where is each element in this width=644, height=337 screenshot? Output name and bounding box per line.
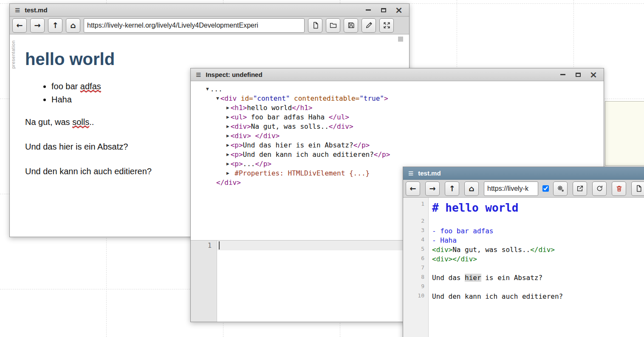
up-icon: ↑ [52, 21, 58, 30]
fullscreen-button[interactable] [379, 18, 394, 33]
titlebar[interactable]: ≡ Inspect: undefined × [191, 68, 604, 81]
gears-icon [557, 185, 564, 192]
code-lines: 1# hello world23- foo bar adfas4- Haha5<… [403, 198, 644, 301]
up-icon: ↑ [449, 184, 455, 193]
window-markdown-editor: ≡ test.md ← → ↑ ⌂ [403, 167, 644, 337]
back-icon: ← [16, 21, 23, 30]
dom-tree-node[interactable]: ▶<p>Und das hier is ein Absatz?</p> [191, 141, 604, 150]
titlebar[interactable]: ≡ test.md [403, 167, 644, 180]
home-icon: ⌂ [469, 184, 475, 193]
code-line[interactable]: 8Und das hier is ein Absatz? [403, 273, 644, 282]
text-cursor [219, 241, 220, 249]
line-number: 10 [403, 292, 429, 301]
desktop: ≡ test.md × ← → ↑ ⌂ [0, 0, 644, 337]
new-file-button[interactable] [308, 18, 322, 33]
save-button[interactable] [344, 18, 358, 33]
url-input[interactable] [484, 181, 538, 196]
dom-tree-node[interactable]: ▶<div>Na gut, was solls..</div> [191, 122, 604, 131]
forward-button[interactable]: → [425, 181, 440, 196]
line-number: 1 [403, 200, 429, 217]
new-file-icon [635, 185, 642, 192]
close-button[interactable]: × [590, 71, 597, 78]
window-title: test.md [418, 170, 441, 177]
expand-icon [383, 22, 390, 29]
back-button[interactable]: ← [12, 18, 27, 33]
editor-gutter: 1 [191, 241, 217, 322]
delete-button[interactable] [612, 181, 626, 196]
navigation-toolbar: ← → ↑ ⌂ [403, 180, 644, 198]
window-menu-icon[interactable]: ≡ [196, 70, 201, 79]
line-number: 5 [403, 245, 429, 254]
floppy-icon [347, 22, 355, 29]
window-title: test.md [25, 6, 47, 14]
window-controls: × [559, 71, 599, 78]
line-number: 7 [403, 263, 429, 273]
dom-tree-node[interactable]: ▼<div id="content" contenteditable="true… [191, 94, 604, 103]
refresh-icon [596, 185, 603, 192]
folder-icon [330, 22, 337, 29]
url-input[interactable] [84, 18, 305, 33]
markdown-source-editor[interactable]: 1# hello world23- foo bar adfas4- Haha5<… [403, 198, 644, 337]
window-menu-icon[interactable]: ≡ [408, 169, 413, 178]
navigation-toolbar: ← → ↑ ⌂ [10, 17, 409, 34]
home-button[interactable]: ⌂ [66, 18, 80, 33]
dom-tree-node[interactable]: ▶<div> </div> [191, 131, 604, 141]
code-line[interactable]: 2 [403, 217, 644, 226]
settings-button[interactable] [553, 181, 568, 196]
new-file-button[interactable] [631, 181, 644, 196]
background-window-fragment[interactable] [605, 101, 644, 166]
window-menu-icon[interactable]: ≡ [15, 6, 20, 14]
up-button[interactable]: ↑ [48, 18, 62, 33]
up-button[interactable]: ↑ [445, 181, 459, 196]
back-icon: ← [410, 184, 416, 193]
line-number: 3 [403, 226, 429, 235]
code-line[interactable]: 5<div>Na gut, was solls..</div> [403, 245, 644, 254]
dom-tree-node[interactable]: ▶<p>Und den kann ich auch editieren?</p> [191, 150, 604, 159]
forward-icon: → [429, 184, 435, 193]
line-number: 1 [208, 242, 212, 249]
code-line[interactable]: 10Und den kann ich auch editieren? [403, 292, 644, 301]
code-line[interactable]: 4- Haha [403, 235, 644, 245]
code-line[interactable]: 3- foo bar adfas [403, 226, 644, 235]
pencil-icon [365, 22, 373, 29]
trash-icon [616, 185, 623, 192]
dom-tree-node[interactable]: ▶<ul> foo bar adfas Haha </ul> [191, 113, 604, 122]
open-folder-button[interactable] [326, 18, 340, 33]
line-number: 9 [403, 282, 429, 292]
external-link-icon [576, 185, 584, 192]
open-external-button[interactable] [573, 181, 587, 196]
home-icon: ⌂ [71, 21, 76, 30]
line-number: 2 [403, 217, 429, 226]
scrollbar-nub [398, 37, 403, 42]
home-button[interactable]: ⌂ [464, 181, 479, 196]
window-controls: × [365, 7, 404, 14]
dom-tree-node[interactable]: ▶<h1>hello world</h1> [191, 103, 604, 113]
new-file-icon [312, 22, 319, 29]
maximize-button[interactable] [575, 71, 582, 78]
line-number: 6 [403, 254, 429, 263]
minimize-button[interactable] [365, 7, 372, 14]
close-button[interactable]: × [395, 7, 402, 14]
presentation-side-label: presentation [11, 40, 16, 69]
code-line[interactable]: 1# hello world [403, 200, 644, 217]
minimize-button[interactable] [559, 71, 566, 78]
forward-button[interactable]: → [30, 18, 45, 33]
code-line[interactable]: 9 [403, 282, 644, 292]
dom-tree-node[interactable]: ▼... [191, 85, 604, 94]
titlebar[interactable]: ≡ test.md × [10, 4, 409, 17]
line-number: 4 [403, 235, 429, 245]
window-title: Inspect: undefined [206, 71, 262, 78]
reload-button[interactable] [592, 181, 607, 196]
preview-heading[interactable]: hello world [25, 50, 392, 69]
code-line[interactable]: 7 [403, 263, 644, 273]
dev-mode-checkbox[interactable] [542, 185, 549, 192]
edit-button[interactable] [362, 18, 376, 33]
code-line[interactable]: 6<div></div> [403, 254, 644, 263]
forward-icon: → [34, 21, 40, 30]
line-number: 8 [403, 273, 429, 282]
maximize-button[interactable] [380, 7, 387, 14]
back-button[interactable]: ← [406, 181, 420, 196]
